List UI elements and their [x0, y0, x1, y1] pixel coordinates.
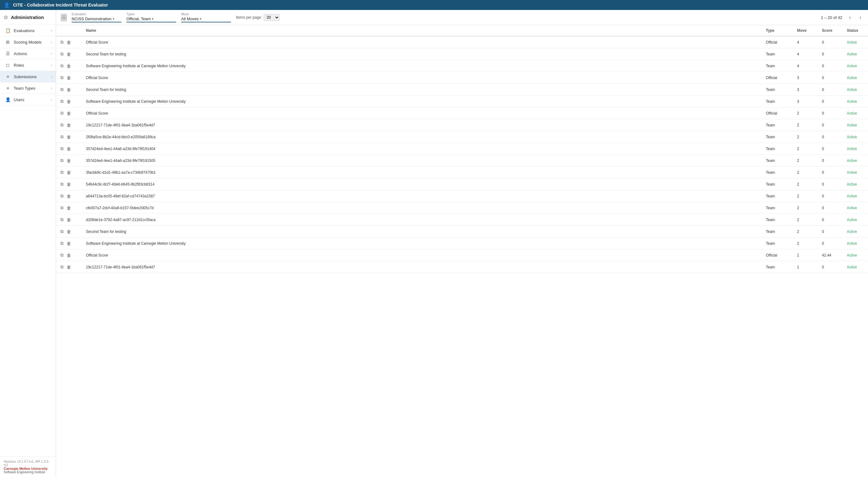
delete-button[interactable]: 🗑 [66, 39, 72, 45]
copy-button[interactable]: ⧉ [60, 181, 64, 187]
types-dropdown-arrow: ▾ [152, 17, 154, 21]
sidebar-item-evaluations[interactable]: 📋 Evaluations › [0, 25, 56, 36]
copy-button[interactable]: ⧉ [60, 157, 64, 164]
row-score: 42.44 [818, 249, 843, 261]
items-per-page-label: Items per page: [236, 15, 262, 20]
delete-button[interactable]: 🗑 [66, 181, 72, 187]
row-name: Software Engineering Institute at Carneg… [82, 60, 762, 72]
row-actions: ⧉ 🗑 [56, 155, 82, 166]
row-move: 4 [793, 60, 818, 72]
copy-button[interactable]: ⧉ [60, 264, 64, 270]
delete-button[interactable]: 🗑 [66, 205, 72, 211]
delete-button[interactable]: 🗑 [66, 193, 72, 199]
delete-button[interactable]: 🗑 [66, 252, 72, 258]
evaluation-filter-label: Evaluation [72, 12, 121, 16]
row-status: Active [843, 48, 868, 60]
row-actions: ⧉ 🗑 [56, 214, 82, 226]
copy-button[interactable]: ⧉ [60, 169, 64, 176]
evaluation-select[interactable]: NCISS Demonstration ▾ [72, 17, 121, 23]
copy-button[interactable]: ⧉ [60, 110, 64, 117]
menu-toggle-button[interactable]: ☰ [61, 14, 67, 21]
sidebar-item-submissions[interactable]: ≡ Submissions › [0, 71, 56, 83]
sidebar-item-team-types[interactable]: ≡ Team Types › [0, 83, 56, 94]
delete-button[interactable]: 🗑 [66, 169, 72, 176]
copy-button[interactable]: ⧉ [60, 228, 64, 235]
row-status: Active [843, 237, 868, 249]
row-type: Team [762, 84, 793, 96]
row-move: 3 [793, 96, 818, 107]
delete-button[interactable]: 🗑 [66, 87, 72, 93]
sei-name: Software Engineering Institute [4, 471, 52, 474]
roles-label: Roles [14, 63, 24, 68]
submissions-table-container: Name Type Move Score Status ⧉ 🗑 Official… [56, 25, 868, 477]
pagination-prev-button[interactable]: ‹ [847, 13, 852, 22]
row-move: 1 [793, 249, 818, 261]
copy-button[interactable]: ⧉ [60, 204, 64, 211]
row-move: 2 [793, 190, 818, 202]
copy-button[interactable]: ⧉ [60, 122, 64, 128]
row-score: 0 [818, 96, 843, 107]
row-status: Active [843, 166, 868, 179]
sidebar-item-actions[interactable]: ☰ Actions › [0, 48, 56, 60]
row-actions: ⧉ 🗑 [56, 60, 82, 72]
toolbar: ☰ Evaluation NCISS Demonstration ▾ Types… [56, 10, 868, 25]
admin-icon: ⊙ [4, 14, 8, 20]
row-name: Official Score [82, 249, 762, 261]
row-type: Team [762, 226, 793, 237]
copy-button[interactable]: ⧉ [60, 51, 64, 57]
delete-button[interactable]: 🗑 [66, 158, 72, 164]
row-status: Active [843, 249, 868, 261]
delete-button[interactable]: 🗑 [66, 264, 72, 270]
row-move: 2 [793, 226, 818, 237]
row-actions: ⧉ 🗑 [56, 179, 82, 190]
copy-button[interactable]: ⧉ [60, 134, 64, 140]
row-name: 2f08a5ce-8b2e-44cd-bbc0-e2059a6189ca [82, 131, 762, 143]
table-row: ⧉ 🗑 Second Team for testing Team 3 0 Act… [56, 84, 868, 96]
sidebar-item-users[interactable]: 👤 Users › [0, 94, 56, 105]
copy-button[interactable]: ⧉ [60, 74, 64, 81]
delete-button[interactable]: 🗑 [66, 63, 72, 69]
delete-button[interactable]: 🗑 [66, 110, 72, 117]
delete-button[interactable]: 🗑 [66, 51, 72, 57]
delete-button[interactable]: 🗑 [66, 146, 72, 152]
copy-button[interactable]: ⧉ [60, 39, 64, 45]
sidebar-item-roles[interactable]: ◻ Roles › [0, 60, 56, 71]
delete-button[interactable]: 🗑 [66, 217, 72, 223]
delete-button[interactable]: 🗑 [66, 134, 72, 140]
delete-button[interactable]: 🗑 [66, 122, 72, 128]
copy-button[interactable]: ⧉ [60, 146, 64, 152]
row-name: 19c12217-71de-4f01-9ea4-1ba061f5e4d7 [82, 261, 762, 273]
table-row: ⧉ 🗑 54644c9c-8cf7-40e6-b645-9b2f83cb8314… [56, 179, 868, 190]
copy-button[interactable]: ⧉ [60, 240, 64, 247]
row-score: 0 [818, 143, 843, 155]
row-name: 357d24ed-4ee1-44a6-a23d-9fe79f191505 [82, 155, 762, 166]
col-header-name: Name [82, 25, 762, 36]
roles-icon: ◻ [5, 63, 10, 68]
copy-button[interactable]: ⧉ [60, 63, 64, 69]
row-move: 2 [793, 237, 818, 249]
delete-button[interactable]: 🗑 [66, 98, 72, 105]
delete-button[interactable]: 🗑 [66, 75, 72, 81]
col-header-move: Move [793, 25, 818, 36]
copy-button[interactable]: ⧉ [60, 98, 64, 105]
sidebar-item-scoring-models[interactable]: ⊞ Scoring Models › [0, 36, 56, 48]
copy-button[interactable]: ⧉ [60, 86, 64, 93]
move-filter-group: Move All Moves ▾ [181, 12, 231, 23]
types-select[interactable]: Official, Team ▾ [126, 17, 176, 23]
row-name: Official Score [82, 107, 762, 119]
delete-button[interactable]: 🗑 [66, 228, 72, 235]
version-text: Versions: UI 1.3.7-rc1, API 1.3.3-rc2 [4, 460, 52, 467]
col-header-status: Status [843, 25, 868, 36]
move-select[interactable]: All Moves ▾ [181, 17, 231, 23]
types-filter-group: Types Official, Team ▾ [126, 12, 176, 23]
copy-button[interactable]: ⧉ [60, 252, 64, 258]
row-move: 2 [793, 119, 818, 131]
items-per-page-select[interactable]: 20 50 100 [264, 14, 280, 21]
row-name: Official Score [82, 36, 762, 48]
copy-button[interactable]: ⧉ [60, 216, 64, 223]
sidebar-footer: Versions: UI 1.3.7-rc1, API 1.3.3-rc2 Ca… [0, 456, 56, 477]
pagination-next-button[interactable]: › [858, 13, 863, 22]
row-move: 2 [793, 202, 818, 214]
copy-button[interactable]: ⧉ [60, 193, 64, 199]
delete-button[interactable]: 🗑 [66, 241, 72, 247]
